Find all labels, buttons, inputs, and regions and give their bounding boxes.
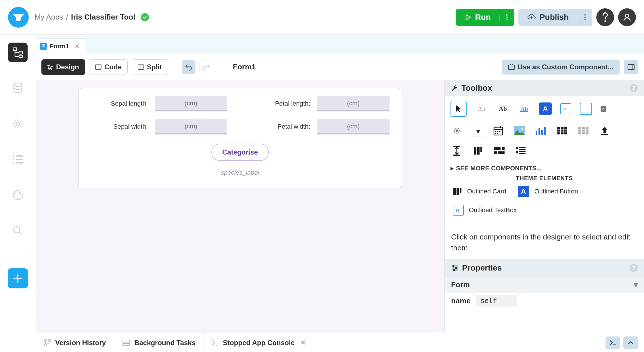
flow-panel-tool[interactable]	[493, 144, 506, 157]
background-tasks-tab[interactable]: Background Tasks	[114, 333, 204, 352]
app-tree-icon	[12, 47, 24, 58]
design-view-button[interactable]: Design	[41, 59, 85, 75]
datagrid-tool[interactable]	[556, 124, 568, 137]
vertical-dots-icon	[584, 14, 586, 21]
design-canvas[interactable]: Sepal length: Petal length: Sepal width:…	[36, 80, 444, 333]
vertical-dots-icon	[506, 14, 508, 21]
code-icon	[95, 64, 101, 70]
textarea-tool[interactable]: a	[580, 103, 592, 115]
theme-button[interactable]	[8, 185, 28, 205]
publish-button[interactable]: Publish	[518, 9, 592, 26]
expand-bottom-button[interactable]	[623, 336, 638, 349]
close-console-button[interactable]: ✕	[300, 339, 306, 347]
split-view-button[interactable]: Split	[132, 59, 168, 75]
list-button[interactable]	[8, 150, 28, 169]
properties-form-section[interactable]: Form ▾	[445, 277, 644, 293]
app-console-tab[interactable]: Stopped App Console ✕	[204, 333, 314, 352]
svg-rect-66	[498, 151, 505, 154]
columns-icon	[474, 146, 483, 155]
svg-rect-31	[512, 64, 513, 65]
settings-button[interactable]	[8, 114, 28, 134]
sepal-length-input[interactable]	[155, 96, 227, 111]
undo-icon	[185, 64, 192, 71]
petal-width-input[interactable]	[317, 119, 390, 134]
richtext-icon	[516, 146, 526, 155]
undo-button[interactable]	[182, 60, 195, 74]
image-tool[interactable]	[513, 124, 526, 137]
code-view-button[interactable]: Code	[89, 59, 128, 75]
bar-chart-icon	[535, 126, 547, 135]
account-button[interactable]	[618, 8, 636, 26]
column-panel-tool[interactable]	[472, 144, 484, 157]
version-history-tab[interactable]: Version History	[36, 333, 114, 352]
add-button[interactable]	[8, 268, 28, 288]
theme-elements-header: THEME ELEMENTS	[451, 175, 638, 182]
theme-outlined-textbox[interactable]: a| Outlined TextBox	[453, 205, 517, 216]
toolbox-header[interactable]: Toolbox ?	[445, 80, 644, 96]
svg-rect-27	[95, 65, 101, 69]
publish-label: Publish	[540, 13, 569, 22]
link-tool[interactable]: Ab	[518, 102, 530, 115]
spacer-tool[interactable]	[451, 144, 463, 157]
svg-point-20	[14, 196, 16, 197]
gear-icon	[12, 118, 24, 130]
see-more-components[interactable]: ▸ SEE MORE COMPONENTS...	[451, 165, 638, 172]
dropdown-tool[interactable]: ▼	[472, 125, 483, 136]
close-tab-button[interactable]: ✕	[75, 43, 80, 50]
categorise-button[interactable]: Categorise	[211, 144, 269, 161]
date-tool[interactable]	[492, 124, 505, 137]
species-label-placeholder[interactable]: species_label	[91, 169, 390, 176]
breadcrumb-root[interactable]: My Apps	[34, 13, 63, 22]
svg-rect-25	[43, 45, 44, 46]
svg-point-22	[14, 227, 20, 233]
property-row-name: name	[445, 293, 644, 309]
properties-help-icon[interactable]: ?	[630, 264, 638, 272]
publish-more-button[interactable]	[577, 14, 592, 21]
pointer-tool[interactable]	[451, 101, 467, 117]
chart-tool[interactable]	[534, 124, 547, 137]
label-tool[interactable]: Ab	[475, 102, 488, 115]
fileloader-tool[interactable]	[598, 124, 611, 137]
svg-rect-65	[494, 151, 497, 154]
app-tree-button[interactable]	[8, 43, 28, 62]
svg-rect-39	[495, 133, 496, 134]
code-view-label: Code	[104, 63, 122, 71]
toolbox-help-icon[interactable]: ?	[630, 84, 638, 92]
svg-rect-40	[497, 133, 498, 134]
tasks-icon	[122, 339, 130, 346]
properties-header[interactable]: Properties ?	[445, 259, 644, 277]
svg-point-34	[456, 130, 458, 132]
run-button[interactable]: Run	[456, 9, 514, 26]
sepal-width-label: Sepal width:	[113, 123, 148, 130]
caret-right-icon: ▸	[451, 165, 454, 172]
theme-outlined-card[interactable]: Outlined Card	[453, 187, 506, 196]
svg-rect-18	[16, 162, 23, 163]
sepal-width-input[interactable]	[155, 119, 227, 134]
heading-tool[interactable]: Ab	[497, 102, 509, 115]
radio-tool[interactable]	[451, 124, 463, 137]
anvil-logo[interactable]	[8, 7, 29, 28]
open-console-button[interactable]	[605, 336, 620, 349]
svg-point-11	[14, 83, 22, 86]
richtext-tool[interactable]	[514, 144, 527, 157]
breadcrumb-app-name[interactable]: Iris Classifier Tool	[71, 13, 135, 22]
form-card[interactable]: Sepal length: Petal length: Sepal width:…	[78, 88, 402, 188]
sepal-length-label: Sepal length:	[111, 100, 148, 107]
database-button[interactable]	[8, 78, 28, 98]
checkbox-tool[interactable]: ✓	[601, 106, 606, 112]
svg-point-6	[604, 20, 606, 22]
use-as-custom-component-button[interactable]: Use as Custom Component...	[502, 60, 620, 75]
textbox-tool[interactable]: a|	[560, 103, 571, 114]
file-tab-form1[interactable]: Form1 ✕	[36, 38, 86, 54]
redo-button[interactable]	[200, 60, 213, 74]
repeating-panel-tool[interactable]	[577, 124, 590, 137]
help-button[interactable]	[596, 8, 614, 26]
theme-outlined-button[interactable]: A Outlined Button	[518, 186, 578, 197]
property-name-input[interactable]	[476, 295, 517, 307]
button-tool[interactable]: A	[539, 102, 552, 115]
petal-length-input[interactable]	[317, 96, 390, 111]
grid-icon	[578, 127, 589, 135]
search-button[interactable]	[8, 221, 28, 241]
toggle-panels-button[interactable]	[624, 60, 638, 74]
run-more-button[interactable]	[499, 14, 514, 21]
